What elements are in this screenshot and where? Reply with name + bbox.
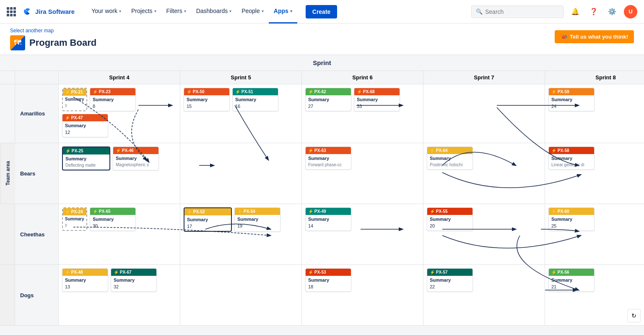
refresh-button[interactable]: ↻ [627, 309, 641, 322]
nav-filters[interactable]: Filters ▾ [161, 0, 191, 24]
card-px65[interactable]: ⚡ PX-65 Summary 30 [90, 207, 136, 231]
page-header: Select another map 🗺 Program Board 📣 Tel… [0, 24, 644, 55]
logo-text: Jira Software [35, 8, 75, 15]
card-px68[interactable]: ⚡ PX-68 Summary 33 [354, 88, 400, 111]
chevron-down-icon: ▾ [229, 9, 231, 13]
team-area-label-amarillos [0, 84, 15, 143]
card-px53[interactable]: ⚡ PX-53 Summary 18 [305, 268, 351, 292]
card-px64[interactable]: ⚡ PX-64 Summary Positronic holochi [427, 147, 473, 170]
team-area-label: Team area [0, 143, 15, 204]
search-icon: 🔍 [476, 8, 483, 15]
sprint6-header: Sprint 6 [302, 71, 423, 84]
dogs-sprint4-cell: ⚡ PX-48 Summary 13 ⚡ PX-67 Summary 32 [59, 265, 180, 325]
dogs-sprint7-cell: ⚡ PX-57 Summary 22 [423, 265, 545, 325]
dogs-sprint6-cell: ⚡ PX-53 Summary 18 [302, 265, 423, 325]
card-px58[interactable]: ⚡ PX-58 Summary Linear geologic di [548, 147, 595, 170]
bears-sprint6-cell: ⚡ PX-63 Summary Forward phase-cc [302, 143, 423, 204]
board-rows: Amarillos ⚡ PX-21 Summary y ⚡ PX-23 Summ… [0, 84, 644, 326]
cheethas-sprint4-cell: ⚡ PX-24 Summary y ⚡ PX-65 Summary 30 [59, 204, 180, 264]
card-px67[interactable]: ⚡ PX-67 Summary 32 [111, 268, 157, 292]
nav-dashboards[interactable]: Dashboards ▾ [191, 0, 237, 24]
chevron-down-icon: ▾ [119, 9, 121, 13]
bears-sprint4-cell: ⚡ PX-25 Summary Deflecting matte ⚡ PX-46… [59, 143, 180, 204]
search-input[interactable] [485, 8, 559, 15]
card-px57[interactable]: ⚡ PX-57 Summary 22 [427, 268, 473, 292]
chevron-down-icon: ▾ [290, 9, 292, 13]
card-px54[interactable]: ⚡ PX-54 Summary 19 [234, 207, 280, 232]
create-button[interactable]: Create [306, 5, 338, 18]
card-px48[interactable]: ⚡ PX-48 Summary 13 [62, 268, 108, 292]
card-px24[interactable]: ⚡ PX-24 Summary y [62, 207, 87, 231]
board-title: Program Board [29, 37, 96, 48]
app-grid-icon[interactable] [7, 7, 16, 16]
card-px21[interactable]: ⚡ PX-21 Summary y [62, 88, 87, 111]
cheethas-sprint8-cell: ⚡ PX-60 Summary 25 [545, 204, 644, 264]
amarillos-sprint7-cell [423, 84, 545, 143]
cheethas-row: Cheethas ⚡ PX-24 Summary y ⚡ PX-65 Summa… [0, 204, 644, 265]
board-title-row: 🗺 Program Board [10, 35, 634, 50]
bears-sprint7-cell: ⚡ PX-64 Summary Positronic holochi [423, 143, 545, 204]
bears-sprint5-cell [180, 143, 302, 204]
card-px62[interactable]: ⚡ PX-62 Summary 27 [305, 88, 351, 111]
card-px46[interactable]: ⚡ PX-46 Summary Magnetospheric s [113, 147, 159, 170]
amarillos-sprint6-cell: ⚡ PX-62 Summary 27 ⚡ PX-68 Summary 33 [302, 84, 423, 143]
card-px60[interactable]: ⚡ PX-60 Summary 25 [548, 207, 595, 231]
dogs-row: Dogs ⚡ PX-48 Summary 13 ⚡ PX-67 Summary … [0, 265, 644, 326]
select-map-link[interactable]: Select another map [10, 28, 634, 34]
chevron-down-icon: ▾ [262, 9, 264, 13]
nav-people[interactable]: People ▾ [236, 0, 269, 24]
card-px59[interactable]: ⚡ PX-59 Summary 24 [548, 88, 595, 111]
amarillos-label: Amarillos [15, 84, 59, 143]
avatar[interactable]: U [624, 5, 637, 18]
cheethas-label: Cheethas [15, 204, 59, 264]
nav-projects[interactable]: Projects ▾ [126, 0, 161, 24]
card-px47[interactable]: ⚡ PX-47 Summary 12 [62, 114, 108, 137]
navbar: Jira Software Your work ▾ Projects ▾ Fil… [0, 0, 644, 24]
card-px49[interactable]: ⚡ PX-49 Summary 14 [305, 207, 351, 231]
navbar-right: 🔍 🔔 ❓ ⚙️ U [471, 5, 637, 18]
card-px63[interactable]: ⚡ PX-63 Summary Forward phase-cc [305, 147, 351, 170]
team-area-filler [0, 204, 15, 264]
search-box[interactable]: 🔍 [471, 5, 564, 18]
card-px56[interactable]: ⚡ PX-56 Summary 21 [548, 268, 595, 292]
team-area-filler2 [0, 265, 15, 325]
card-px25[interactable]: ⚡ PX-25 Summary Deflecting matte [62, 147, 110, 170]
navbar-left: Jira Software Your work ▾ Projects ▾ Fil… [7, 0, 337, 24]
amarillos-sprint8-cell: ⚡ PX-59 Summary 24 [545, 84, 644, 143]
amarillos-sprint5-cell: ⚡ PX-50 Summary 15 ⚡ PX-51 Summary 16 [180, 84, 302, 143]
sprint8-header: Sprint 8 [545, 71, 644, 84]
help-button[interactable]: ❓ [587, 5, 600, 18]
card-px50[interactable]: ⚡ PX-50 Summary 15 [184, 88, 230, 111]
chevron-down-icon: ▾ [154, 9, 156, 13]
dogs-sprint5-cell [180, 265, 302, 325]
dogs-label: Dogs [15, 265, 59, 325]
board-icon-symbol: 🗺 [14, 39, 21, 47]
nav-items: Your work ▾ Projects ▾ Filters ▾ Dashboa… [86, 0, 297, 24]
board-outer: Sprint Sprint 4 Sprint 5 Sprint 6 Sprint… [0, 55, 644, 326]
team-name-corner [15, 71, 59, 84]
card-px55[interactable]: ⚡ PX-55 Summary 20 [427, 207, 473, 231]
nav-your-work[interactable]: Your work ▾ [86, 0, 126, 24]
bears-sprint8-cell: ⚡ PX-58 Summary Linear geologic di [545, 143, 644, 204]
jira-logo-icon [23, 7, 33, 17]
sprint-main-label: Sprint [0, 55, 644, 71]
board-icon: 🗺 [10, 35, 25, 50]
cheethas-sprint7-cell: ⚡ PX-55 Summary 20 [423, 204, 545, 264]
nav-apps[interactable]: Apps ▾ [269, 0, 297, 24]
logo[interactable]: Jira Software [23, 7, 75, 17]
amarillos-row: Amarillos ⚡ PX-21 Summary y ⚡ PX-23 Summ… [0, 84, 644, 143]
feedback-button[interactable]: 📣 Tell us what you think! [555, 30, 634, 43]
cheethas-sprint5-cell: ⚡ PX-52 Summary 17 ⚡ PX-54 Summary 19 [180, 204, 302, 264]
sprint5-header: Sprint 5 [180, 71, 302, 84]
card-px51[interactable]: ⚡ PX-51 Summary 16 [232, 88, 278, 111]
card-px23[interactable]: ⚡ PX-23 Summary 8 [90, 88, 136, 111]
cheethas-sprint6-cell: ⚡ PX-49 Summary 14 [302, 204, 423, 264]
sprint-headers-row: Sprint 4 Sprint 5 Sprint 6 Sprint 7 Spri… [0, 71, 644, 84]
megaphone-icon: 📣 [561, 34, 567, 40]
amarillos-sprint4-cell: ⚡ PX-21 Summary y ⚡ PX-23 Summary 8 ⚡ PX… [59, 84, 180, 143]
card-px52[interactable]: ⚡ PX-52 Summary 17 [184, 207, 232, 232]
settings-button[interactable]: ⚙️ [605, 5, 619, 18]
bears-label: Bears [15, 143, 59, 204]
notifications-button[interactable]: 🔔 [569, 5, 582, 18]
team-area-corner [0, 71, 15, 84]
